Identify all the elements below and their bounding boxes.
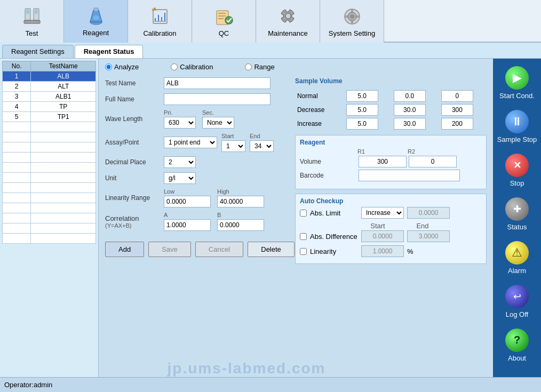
about-button[interactable]: ? About	[496, 324, 538, 366]
test-table-row[interactable]: 5TP1	[3, 112, 96, 122]
linearity-low-input[interactable]	[164, 196, 211, 207]
sample-stop-label: Sample Stop	[497, 135, 537, 143]
b-label: B	[217, 212, 264, 218]
unit-select[interactable]: g/lmg/lU/Lmmol/Lumol/L	[164, 172, 196, 184]
tab-reagent-settings[interactable]: Reagent Settings	[2, 45, 74, 58]
unit-row: Unit g/lmg/lU/Lmmol/Lumol/L	[105, 172, 287, 184]
reagent-r2-volume-input[interactable]	[409, 156, 457, 167]
save-button[interactable]: Save	[148, 242, 191, 257]
abs-limit-value-input	[407, 207, 450, 219]
log-off-label: Log Off	[506, 310, 528, 318]
reagent-barcode-input[interactable]	[359, 170, 460, 181]
assay-start-select[interactable]: 1	[221, 140, 245, 152]
sv-v3-input[interactable]	[441, 118, 473, 130]
log-off-button[interactable]: ↩ Log Off	[496, 281, 538, 322]
sv-row-label: Increase	[295, 117, 344, 131]
alarm-button[interactable]: ⚠ Alarm	[496, 237, 538, 278]
alarm-label: Alarm	[508, 267, 526, 275]
test-table-row[interactable]: 1ALB	[3, 71, 96, 82]
start-col-label: Start	[356, 222, 399, 230]
add-button[interactable]: Add	[105, 242, 144, 257]
svg-rect-15	[154, 7, 155, 10]
sv-v2-input[interactable]	[394, 118, 426, 130]
high-label: High	[217, 188, 264, 195]
sv-v1-input[interactable]	[346, 90, 378, 102]
sv-v3-input[interactable]	[441, 90, 473, 102]
reagent-barcode-label: Barcode	[300, 172, 359, 179]
delete-button[interactable]: Delete	[248, 242, 295, 257]
abs-limit-checkbox[interactable]	[300, 210, 307, 217]
nav-qc[interactable]: QC	[192, 0, 256, 43]
tab-reagent-status[interactable]: Reagent Status	[75, 45, 144, 58]
test-table-row-empty	[3, 183, 96, 193]
radio-analyze[interactable]: Analyze	[105, 63, 139, 71]
start-cond-button[interactable]: ▶ Start Cond.	[496, 62, 538, 103]
sec-label: Sec.	[202, 109, 234, 116]
test-table-row-empty	[3, 213, 96, 223]
svg-rect-28	[356, 15, 360, 18]
wavelength-sec-select[interactable]: None 340405450505546578630700	[202, 117, 234, 129]
nav-calibration[interactable]: Calibration	[128, 0, 192, 43]
abs-limit-select[interactable]: Increase Decrease	[361, 207, 404, 219]
correlation-a-input[interactable]	[164, 219, 211, 231]
correlation-b-input[interactable]	[217, 219, 264, 231]
test-name-cell: ALT	[31, 82, 96, 92]
radio-range[interactable]: Range	[245, 63, 274, 71]
end-col-label: End	[401, 222, 444, 230]
test-table-row-empty	[3, 193, 96, 203]
start-cond-icon: ▶	[505, 66, 529, 90]
linearity-checkbox[interactable]	[300, 248, 307, 255]
test-name-input[interactable]	[164, 77, 270, 89]
sv-v1-input[interactable]	[346, 104, 378, 116]
test-table-row-empty	[3, 122, 96, 132]
abs-diff-checkbox[interactable]	[300, 233, 307, 240]
stop-button[interactable]: ✕ Stop	[496, 149, 538, 191]
test-table-row[interactable]: 4TP	[3, 102, 96, 112]
wavelength-pri-select[interactable]: 630 340405450505546578700	[164, 117, 196, 129]
start-cond-label: Start Cond.	[499, 92, 535, 100]
nav-system-setting-label: System Setting	[329, 29, 375, 37]
cancel-button[interactable]: Cancel	[195, 242, 243, 257]
sv-v1-input[interactable]	[346, 118, 378, 130]
sv-v3-input[interactable]	[441, 104, 473, 116]
test-name-cell: ALB1	[31, 92, 96, 102]
unit-label: Unit	[105, 174, 164, 182]
test-table-row-empty	[3, 234, 96, 244]
sample-volume-table: Normal Decrease Increase	[295, 87, 487, 131]
col-testname: TestName	[31, 61, 96, 71]
assay-end-select[interactable]: 34	[250, 140, 274, 152]
assay-type-select[interactable]: 1 point end 2 point end Rate	[164, 137, 217, 148]
linearity-row: Linearity %	[300, 245, 482, 257]
decimal-place-label: Decimal Place	[105, 158, 164, 166]
stop-icon: ✕	[505, 154, 529, 177]
nav-test[interactable]: Test	[0, 0, 64, 43]
sample-stop-button[interactable]: ⏸ Sample Stop	[496, 106, 538, 147]
svg-rect-19	[218, 18, 224, 19]
radio-calibration[interactable]: Calibration	[171, 63, 213, 71]
sv-v2-input[interactable]	[394, 90, 426, 102]
nav-system-setting[interactable]: System Setting	[320, 0, 384, 43]
calibration-icon	[149, 6, 171, 27]
sv-v2-input[interactable]	[394, 104, 426, 116]
test-list-panel: No. TestName 1ALB2ALT3ALB14TP5TP1	[0, 59, 99, 377]
abs-diff-label: Abs. Difference	[310, 233, 358, 241]
status-button[interactable]: ✚ Status	[496, 193, 538, 235]
nav-reagent-label: Reagent	[83, 29, 109, 37]
full-name-input[interactable]	[164, 93, 270, 105]
nav-maintenance[interactable]: Maintenance	[256, 0, 320, 43]
status-label: Status	[507, 223, 527, 231]
test-table-row-empty	[3, 163, 96, 173]
pri-label: Pri.	[164, 109, 196, 116]
linearity-high-input[interactable]	[217, 196, 264, 207]
nav-test-label: Test	[26, 29, 38, 37]
test-table-row[interactable]: 2ALT	[3, 82, 96, 92]
nav-reagent[interactable]: Reagent	[64, 0, 128, 43]
decimal-place-select[interactable]: 20134	[164, 156, 196, 168]
svg-rect-3	[35, 10, 38, 14]
test-table-row[interactable]: 3ALB1	[3, 92, 96, 102]
correlation-label: Correlation	[105, 214, 164, 222]
sv-table-row: Increase	[295, 117, 487, 131]
button-row: Add Save Cancel Delete	[105, 237, 287, 257]
reagent-r1-volume-input[interactable]	[359, 156, 407, 167]
assay-point-label: Assay/Point	[105, 139, 164, 146]
